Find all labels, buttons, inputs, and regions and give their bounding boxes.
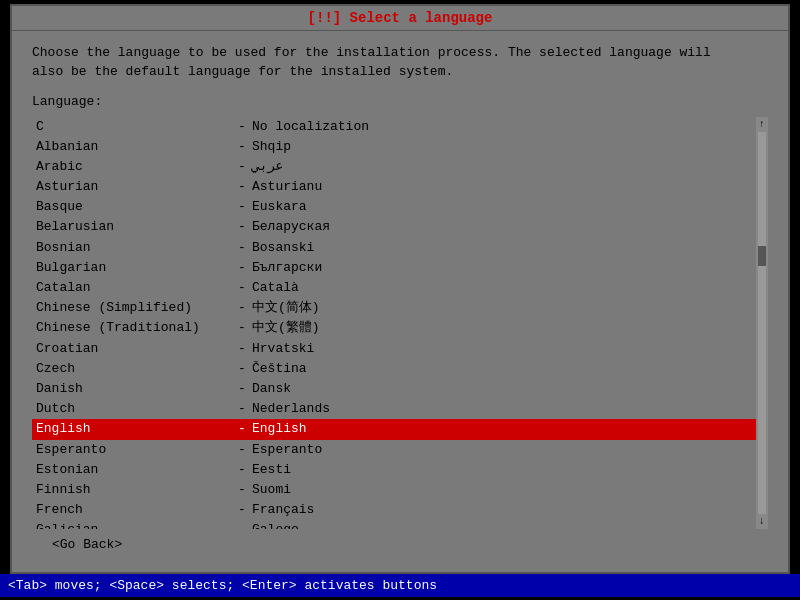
lang-name: Czech: [32, 360, 232, 378]
language-item[interactable]: Estonian-Eesti: [32, 460, 756, 480]
lang-native: Suomi: [252, 481, 756, 499]
lang-name: Dutch: [32, 400, 232, 418]
language-item[interactable]: Bosnian-Bosanski: [32, 238, 756, 258]
scroll-thumb[interactable]: [758, 246, 766, 266]
lang-native: Français: [252, 501, 756, 519]
dialog: [!!] Select a language Choose the langua…: [10, 4, 790, 574]
language-item[interactable]: Belarusian-Беларуская: [32, 217, 756, 237]
lang-name: Asturian: [32, 178, 232, 196]
language-item[interactable]: Catalan-Català: [32, 278, 756, 298]
lang-name: C: [32, 118, 232, 136]
lang-name: Esperanto: [32, 441, 232, 459]
lang-native: Euskara: [252, 198, 756, 216]
lang-dash: -: [232, 521, 252, 528]
language-item[interactable]: Croatian-Hrvatski: [32, 339, 756, 359]
lang-native: 中文(简体): [252, 299, 756, 317]
language-item[interactable]: Czech-Čeština: [32, 359, 756, 379]
lang-name: French: [32, 501, 232, 519]
language-item[interactable]: C-No localization: [32, 117, 756, 137]
language-label: Language:: [32, 94, 768, 109]
language-item[interactable]: Bulgarian-Български: [32, 258, 756, 278]
lang-native: Nederlands: [252, 400, 756, 418]
scroll-track: [758, 132, 766, 514]
go-back-button[interactable]: <Go Back>: [52, 537, 122, 552]
lang-dash: -: [232, 360, 252, 378]
lang-name: Catalan: [32, 279, 232, 297]
lang-dash: -: [232, 340, 252, 358]
language-item[interactable]: Chinese (Traditional)-中文(繁體): [32, 318, 756, 338]
lang-dash: -: [232, 158, 252, 176]
description-line2: also be the default language for the ins…: [32, 62, 768, 82]
lang-native: Български: [252, 259, 756, 277]
language-item[interactable]: Arabic-عربي: [32, 157, 756, 177]
language-item[interactable]: English-English: [32, 419, 756, 439]
language-item[interactable]: Asturian-Asturianu: [32, 177, 756, 197]
lang-dash: -: [232, 400, 252, 418]
language-item[interactable]: Danish-Dansk: [32, 379, 756, 399]
lang-name: Finnish: [32, 481, 232, 499]
lang-native: 中文(繁體): [252, 319, 756, 337]
lang-native: Shqip: [252, 138, 756, 156]
lang-dash: -: [232, 380, 252, 398]
lang-dash: -: [232, 420, 252, 438]
lang-name: Bulgarian: [32, 259, 232, 277]
lang-name: Arabic: [32, 158, 232, 176]
lang-name: Albanian: [32, 138, 232, 156]
language-item[interactable]: Esperanto-Esperanto: [32, 440, 756, 460]
lang-native: Čeština: [252, 360, 756, 378]
lang-dash: -: [232, 441, 252, 459]
scrollbar: ↑ ↓: [756, 117, 768, 529]
lang-dash: -: [232, 118, 252, 136]
lang-dash: -: [232, 279, 252, 297]
lang-native: English: [252, 420, 756, 438]
lang-dash: -: [232, 198, 252, 216]
content-area: Choose the language to be used for the i…: [12, 31, 788, 572]
lang-dash: -: [232, 481, 252, 499]
lang-native: Hrvatski: [252, 340, 756, 358]
lang-name: Chinese (Simplified): [32, 299, 232, 317]
language-item[interactable]: French-Français: [32, 500, 756, 520]
lang-native: Català: [252, 279, 756, 297]
language-item[interactable]: Basque-Euskara: [32, 197, 756, 217]
lang-name: Chinese (Traditional): [32, 319, 232, 337]
scroll-up-icon[interactable]: ↑: [759, 119, 765, 130]
lang-dash: -: [232, 461, 252, 479]
lang-dash: -: [232, 299, 252, 317]
lang-native: Dansk: [252, 380, 756, 398]
lang-name: Belarusian: [32, 218, 232, 236]
lang-native: Esperanto: [252, 441, 756, 459]
lang-native: Bosanski: [252, 239, 756, 257]
outer-frame: [!!] Select a language Choose the langua…: [0, 0, 800, 600]
lang-native: Беларуская: [252, 218, 756, 236]
lang-native: No localization: [252, 118, 756, 136]
bottom-buttons: <Go Back>: [32, 529, 768, 560]
lang-dash: -: [232, 178, 252, 196]
lang-dash: -: [232, 239, 252, 257]
description: Choose the language to be used for the i…: [32, 43, 768, 82]
lang-name: Galician: [32, 521, 232, 528]
status-text: <Tab> moves; <Space> selects; <Enter> ac…: [8, 578, 437, 593]
lang-dash: -: [232, 218, 252, 236]
language-item[interactable]: Albanian-Shqip: [32, 137, 756, 157]
lang-dash: -: [232, 138, 252, 156]
description-line1: Choose the language to be used for the i…: [32, 43, 768, 63]
language-item[interactable]: Galician-Galego: [32, 520, 756, 528]
lang-dash: -: [232, 319, 252, 337]
language-item[interactable]: Dutch-Nederlands: [32, 399, 756, 419]
lang-dash: -: [232, 501, 252, 519]
language-item[interactable]: Chinese (Simplified)-中文(简体): [32, 298, 756, 318]
lang-name: Bosnian: [32, 239, 232, 257]
status-bar: <Tab> moves; <Space> selects; <Enter> ac…: [0, 574, 800, 597]
list-container: C-No localizationAlbanian-ShqipArabic-عر…: [32, 117, 768, 529]
scroll-down-icon[interactable]: ↓: [759, 516, 765, 527]
lang-name: Croatian: [32, 340, 232, 358]
language-item[interactable]: Finnish-Suomi: [32, 480, 756, 500]
lang-name: English: [32, 420, 232, 438]
lang-native: Eesti: [252, 461, 756, 479]
lang-native: Galego: [252, 521, 756, 528]
language-list[interactable]: C-No localizationAlbanian-ShqipArabic-عر…: [32, 117, 756, 529]
lang-dash: -: [232, 259, 252, 277]
lang-name: Basque: [32, 198, 232, 216]
title-bar: [!!] Select a language: [12, 6, 788, 31]
title-text: [!!] Select a language: [308, 10, 493, 26]
